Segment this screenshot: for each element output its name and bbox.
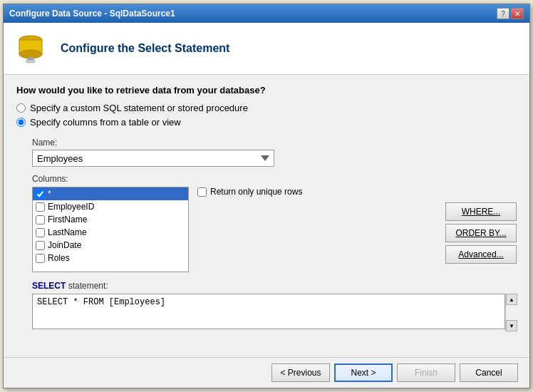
columns-label: Columns:: [32, 174, 517, 184]
radio-columns-label: Specify columns from a table or view: [30, 117, 181, 128]
column-label-roles: Roles: [48, 253, 70, 263]
finish-button[interactable]: Finish: [397, 363, 455, 382]
select-textarea-wrapper: SELECT * FROM [Employees] ▲ ▼: [32, 294, 517, 331]
svg-rect-5: [26, 60, 35, 63]
column-checkbox-star[interactable]: [36, 190, 45, 199]
configure-datasource-window: Configure Data Source - SqlDataSource1 ?…: [3, 4, 530, 388]
column-item-employeeid[interactable]: EmployeeID: [33, 200, 188, 213]
column-label-lastname: LastName: [48, 227, 87, 237]
column-checkbox-joindate[interactable]: [36, 241, 45, 250]
title-bar-buttons: ? ✕: [497, 8, 524, 19]
scroll-down-button[interactable]: ▼: [506, 320, 517, 331]
column-checkbox-lastname[interactable]: [36, 228, 45, 237]
name-dropdown[interactable]: Employees: [32, 150, 274, 167]
dialog-content: Configure the Select Statement How would…: [4, 23, 529, 388]
title-bar: Configure Data Source - SqlDataSource1 ?…: [4, 4, 529, 23]
scroll-track: [506, 305, 517, 320]
radio-custom-input[interactable]: [16, 103, 26, 113]
footer: < Previous Next > Finish Cancel: [4, 357, 529, 388]
select-scrollbar: ▲ ▼: [505, 294, 517, 331]
advanced-button[interactable]: Advanced...: [445, 245, 517, 264]
section-question: How would you like to retrieve data from…: [16, 85, 517, 96]
column-item-firstname[interactable]: FirstName: [33, 213, 188, 226]
select-statement-section: SELECT statement: SELECT * FROM [Employe…: [32, 281, 517, 331]
main-content: How would you like to retrieve data from…: [4, 75, 529, 357]
radio-columns[interactable]: Specify columns from a table or view: [16, 117, 517, 128]
header-section: Configure the Select Statement: [4, 23, 529, 75]
window-title: Configure Data Source - SqlDataSource1: [9, 9, 175, 19]
column-item-lastname[interactable]: LastName: [33, 226, 188, 239]
column-label-employeeid: EmployeeID: [48, 202, 94, 212]
columns-area: * EmployeeID FirstName LastName: [32, 187, 517, 272]
column-checkbox-firstname[interactable]: [36, 215, 45, 225]
next-button[interactable]: Next >: [334, 363, 393, 382]
select-keyword: SELECT: [32, 281, 66, 291]
select-textarea[interactable]: SELECT * FROM [Employees]: [32, 294, 505, 329]
indented-section: Name: Employees Columns: * EmployeeID: [32, 138, 517, 331]
where-button[interactable]: WHERE...: [445, 202, 517, 221]
column-label-star: *: [48, 189, 51, 199]
database-icon: [15, 31, 49, 66]
column-checkbox-roles[interactable]: [36, 254, 45, 263]
help-button[interactable]: ?: [497, 8, 509, 19]
unique-rows-checkbox[interactable]: [197, 187, 207, 197]
column-item-star[interactable]: *: [33, 187, 188, 200]
radio-custom-label: Specify a custom SQL statement or stored…: [30, 103, 248, 113]
right-buttons-panel: Return only unique rows WHERE... ORDER B…: [197, 187, 517, 267]
cancel-button[interactable]: Cancel: [460, 363, 518, 382]
select-label: SELECT statement:: [32, 281, 517, 291]
column-label-firstname: FirstName: [48, 215, 87, 225]
previous-button[interactable]: < Previous: [271, 363, 330, 382]
unique-rows-label: Return only unique rows: [210, 187, 302, 197]
radio-custom-sql[interactable]: Specify a custom SQL statement or stored…: [16, 103, 517, 113]
column-item-joindate[interactable]: JoinDate: [33, 239, 188, 252]
name-label: Name:: [32, 138, 517, 148]
columns-list: * EmployeeID FirstName LastName: [32, 187, 189, 272]
order-by-button[interactable]: ORDER BY...: [445, 224, 517, 242]
select-label-suffix: statement:: [66, 281, 108, 291]
column-label-joindate: JoinDate: [48, 240, 81, 250]
column-checkbox-employeeid[interactable]: [36, 202, 45, 212]
dialog-title: Configure the Select Statement: [61, 42, 229, 55]
radio-columns-input[interactable]: [16, 118, 26, 127]
radio-group: Specify a custom SQL statement or stored…: [16, 103, 517, 128]
close-button[interactable]: ✕: [511, 8, 524, 19]
scroll-up-button[interactable]: ▲: [506, 294, 517, 305]
unique-rows-checkbox-label[interactable]: Return only unique rows: [197, 187, 302, 197]
column-item-roles[interactable]: Roles: [33, 252, 188, 264]
